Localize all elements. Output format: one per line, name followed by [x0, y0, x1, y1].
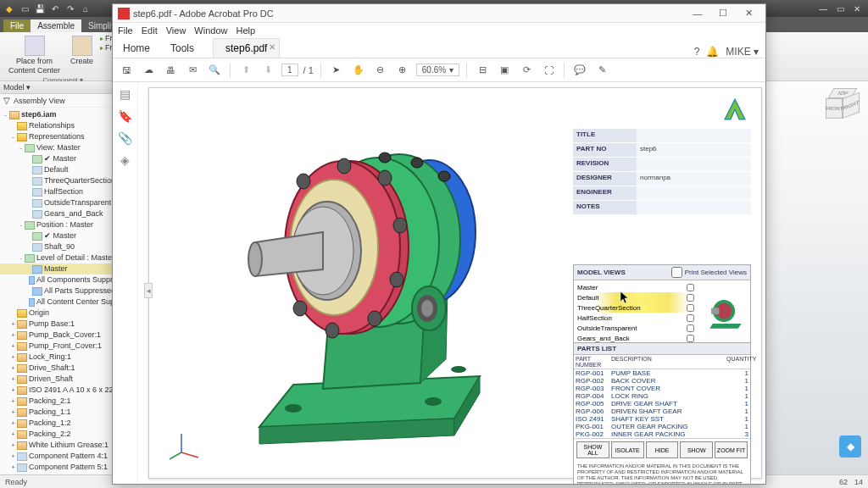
- svg-point-30: [326, 323, 339, 338]
- parts-btn-hide[interactable]: HIDE: [646, 441, 679, 458]
- thumbnails-icon[interactable]: ▤: [120, 87, 131, 101]
- assembly-view-label[interactable]: Assembly View: [14, 97, 65, 105]
- acrobat-navpane: ▤ 🔖 📎 ◈: [113, 82, 138, 484]
- parts-list-title: PARTS LIST: [574, 343, 750, 355]
- parts-btn-isolate[interactable]: ISOLATE: [611, 441, 644, 458]
- parts-btn-zoom-fit[interactable]: ZOOM FIT: [715, 441, 748, 458]
- svg-line-38: [170, 452, 181, 459]
- tab-home[interactable]: Home: [113, 39, 160, 58]
- inventor-close-icon[interactable]: ✕: [849, 3, 865, 14]
- svg-point-17: [421, 300, 433, 317]
- print-selected-checkbox[interactable]: [671, 267, 682, 278]
- menu-help[interactable]: Help: [236, 25, 255, 36]
- ribbon-tab-assemble[interactable]: Assemble: [31, 19, 81, 32]
- save-icon[interactable]: 🖫: [118, 62, 135, 79]
- qat-open-icon[interactable]: ▭: [19, 3, 31, 14]
- pump-3d-figure[interactable]: [166, 97, 522, 461]
- menu-edit[interactable]: Edit: [142, 25, 158, 36]
- parts-list-row[interactable]: PKG-002INNER GEAR PACKING3: [574, 430, 750, 438]
- parts-list-row[interactable]: RGP-004LOCK RING1: [574, 392, 750, 400]
- select-icon[interactable]: ➤: [328, 62, 345, 79]
- bookmarks-icon[interactable]: 🔖: [118, 109, 132, 123]
- help-icon[interactable]: ?: [694, 46, 700, 58]
- qat-undo-icon[interactable]: ↶: [49, 3, 61, 14]
- user-menu[interactable]: MIKE ▾: [726, 46, 759, 58]
- filter-icon[interactable]: ▽: [3, 96, 10, 105]
- svg-point-29: [368, 311, 381, 326]
- print-icon[interactable]: 🖶: [162, 62, 179, 79]
- acro-close-icon[interactable]: ✕: [737, 6, 760, 21]
- page-up-icon[interactable]: ⬆: [237, 62, 254, 79]
- qat-home-icon[interactable]: ⌂: [80, 3, 92, 14]
- qat-save-icon[interactable]: 💾: [34, 3, 46, 14]
- model-view-row[interactable]: Default: [576, 292, 696, 302]
- svg-point-26: [378, 170, 392, 186]
- parts-list-row[interactable]: ISO 2491SHAFT KEY SST1: [574, 415, 750, 423]
- status-count-1: 62: [839, 478, 848, 486]
- property-table: TITLEPART NOstep6REVISIONDESIGNERnormanp…: [573, 129, 751, 215]
- read-mode-icon[interactable]: ⛶: [540, 62, 557, 79]
- ribbon-tab-file[interactable]: File: [3, 19, 31, 32]
- svg-point-9: [451, 366, 466, 373]
- model-view-row[interactable]: HalfSection: [576, 313, 696, 323]
- notify-icon[interactable]: 🔔: [706, 46, 719, 58]
- acrobat-titlebar[interactable]: step6.pdf - Adobe Acrobat Pro DC — ☐ ✕: [113, 4, 765, 23]
- pdf-page[interactable]: ◂ TITLEPART NOstep6REVISIONDESIGNERnorma…: [148, 87, 762, 479]
- prop-row: DESIGNERnormanpa: [573, 172, 751, 186]
- fit-page-icon[interactable]: ▣: [496, 62, 513, 79]
- prop-row: TITLE: [573, 129, 751, 142]
- qat-redo-icon[interactable]: ↷: [64, 3, 76, 14]
- acrobat-menubar: FileEditViewWindowHelp: [113, 23, 765, 38]
- parts-btn-show-all[interactable]: SHOW ALL: [576, 441, 609, 458]
- parts-list-row[interactable]: RGP-005DRIVE GEAR SHAFT1: [574, 400, 750, 408]
- create-button[interactable]: Create: [67, 34, 97, 76]
- cloud-icon[interactable]: ☁: [140, 62, 157, 79]
- parts-list-row[interactable]: RGP-006DRIVEN SHAFT GEAR1: [574, 408, 750, 415]
- page-collapse-icon[interactable]: ◂: [144, 283, 153, 298]
- mail-icon[interactable]: ✉: [184, 62, 201, 79]
- search-icon[interactable]: 🔍: [206, 62, 223, 79]
- inventor-minimize-icon[interactable]: —: [815, 3, 831, 14]
- zoom-in-icon[interactable]: ⊕: [394, 62, 411, 79]
- parts-list-row[interactable]: RGP-001PUMP BASE1: [574, 369, 750, 377]
- sign-icon[interactable]: ✎: [593, 62, 610, 79]
- acrobat-page-area[interactable]: ◂ TITLEPART NOstep6REVISIONDESIGNERnorma…: [138, 82, 765, 484]
- page-total: / 1: [303, 65, 314, 75]
- qat-icon[interactable]: ◆: [3, 3, 15, 14]
- layers-icon[interactable]: ◈: [120, 153, 130, 167]
- parts-list-row[interactable]: RGP-003FRONT COVER1: [574, 385, 750, 392]
- fit-width-icon[interactable]: ⊟: [474, 62, 491, 79]
- svg-marker-0: [709, 324, 741, 329]
- acro-maximize-icon[interactable]: ☐: [711, 6, 735, 21]
- parts-list-row[interactable]: RGP-002BACK COVER1: [574, 377, 750, 385]
- model-view-row[interactable]: OutsideTransparent: [576, 323, 696, 333]
- menu-window[interactable]: Window: [194, 25, 227, 36]
- acro-minimize-icon[interactable]: —: [686, 6, 709, 21]
- tab-document[interactable]: step6.pdf✕: [213, 38, 280, 58]
- zoom-out-icon[interactable]: ⊖: [372, 62, 389, 79]
- model-view-row[interactable]: ThreeQuarterSection: [576, 302, 696, 313]
- hand-icon[interactable]: ✋: [350, 62, 367, 79]
- svg-point-25: [337, 158, 351, 174]
- attachments-icon[interactable]: 📎: [118, 131, 132, 145]
- share-widget-icon[interactable]: ◆: [839, 435, 861, 458]
- tab-tools[interactable]: Tools: [160, 39, 204, 58]
- zoom-dropdown[interactable]: 60.6%▾: [416, 64, 459, 76]
- viewcube[interactable]: TOP FRONT RIGHT: [826, 88, 861, 124]
- model-view-preview: [698, 280, 750, 345]
- parts-list-row[interactable]: PKG-001OUTER GEAR PACKING1: [574, 423, 750, 430]
- menu-view[interactable]: View: [166, 25, 186, 36]
- page-number-input[interactable]: 1: [281, 64, 298, 76]
- model-views-title: MODEL VIEWS: [577, 269, 626, 276]
- page-down-icon[interactable]: ⬇: [259, 62, 276, 79]
- tab-close-icon[interactable]: ✕: [269, 42, 275, 52]
- place-from-content-center-button[interactable]: Place from Content Center: [5, 34, 64, 76]
- inventor-maximize-icon[interactable]: ▭: [832, 3, 848, 14]
- rotate-icon[interactable]: ⟳: [518, 62, 535, 79]
- svg-line-37: [181, 452, 198, 458]
- parts-btn-show[interactable]: SHOW: [680, 441, 713, 458]
- comment-icon[interactable]: 💬: [571, 62, 588, 79]
- menu-file[interactable]: File: [118, 25, 133, 36]
- model-view-row[interactable]: Master: [576, 282, 696, 292]
- parts-list-panel: PARTS LIST PART NUMBER DESCRIPTION QUANT…: [573, 342, 751, 484]
